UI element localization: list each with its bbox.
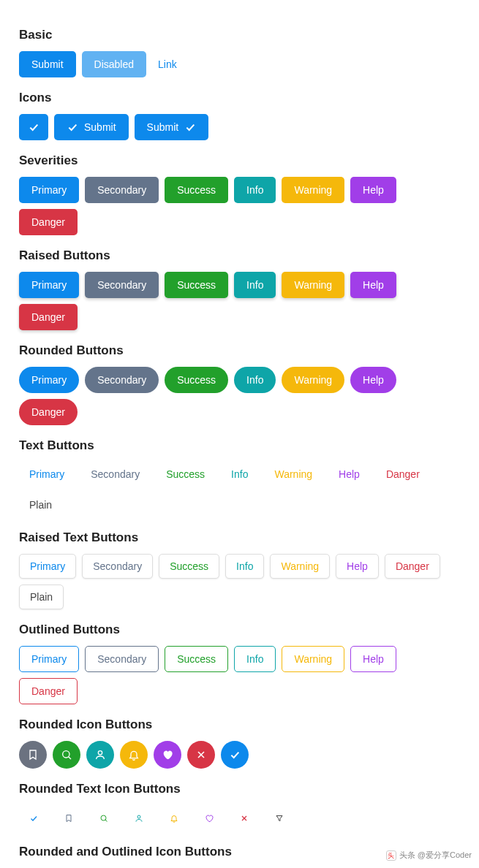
- user-icon: [94, 749, 106, 761]
- rounded-secondary-button[interactable]: Secondary: [85, 367, 159, 393]
- raised-text-danger-button[interactable]: Danger: [385, 554, 440, 579]
- check-icon: [184, 121, 196, 133]
- outlined-primary-button[interactable]: Primary: [19, 646, 79, 672]
- times-icon-button[interactable]: [187, 741, 215, 769]
- heading-icons: Icons: [19, 91, 460, 105]
- search-icon: [99, 812, 108, 824]
- heading-text: Text Buttons: [19, 438, 460, 453]
- heart-icon-button[interactable]: [154, 741, 181, 769]
- rounded-info-button[interactable]: Info: [234, 367, 276, 393]
- outlined-success-button[interactable]: Success: [165, 646, 228, 672]
- check-icon: [28, 121, 39, 133]
- text-check-icon-button[interactable]: [19, 805, 48, 831]
- bell-icon: [170, 812, 178, 824]
- text-info-button[interactable]: Info: [221, 462, 258, 487]
- heading-rounded-icon: Rounded Icon Buttons: [19, 717, 460, 732]
- filter-icon: [275, 812, 284, 824]
- user-icon-button[interactable]: [86, 741, 114, 769]
- link[interactable]: Link: [152, 58, 183, 70]
- text-success-button[interactable]: Success: [156, 462, 215, 487]
- outlined-info-button[interactable]: Info: [234, 646, 276, 672]
- text-primary-button[interactable]: Primary: [19, 462, 75, 487]
- heading-raised: Raised Buttons: [19, 248, 460, 263]
- button-label: Submit: [147, 121, 179, 133]
- raised-primary-button[interactable]: Primary: [19, 272, 79, 298]
- heart-icon: [162, 749, 173, 761]
- rounded-primary-button[interactable]: Primary: [19, 367, 79, 393]
- raised-secondary-button[interactable]: Secondary: [85, 272, 159, 298]
- heading-outlined: Outlined Buttons: [19, 623, 460, 637]
- raised-text-help-button[interactable]: Help: [336, 554, 379, 579]
- bookmark-icon-button[interactable]: [19, 741, 47, 769]
- raised-text-secondary-button[interactable]: Secondary: [82, 554, 153, 579]
- bookmark-icon: [27, 749, 39, 761]
- svg-line-1: [69, 757, 71, 759]
- heading-raised-text: Raised Text Buttons: [19, 530, 460, 545]
- outlined-secondary-button[interactable]: Secondary: [85, 646, 159, 672]
- heading-rounded: Rounded Buttons: [19, 343, 460, 358]
- success-button[interactable]: Success: [165, 177, 228, 203]
- times-icon: [240, 812, 249, 824]
- text-heart-icon-button[interactable]: [195, 805, 224, 831]
- svg-point-7: [137, 815, 140, 818]
- bell-icon-button[interactable]: [120, 741, 148, 769]
- rounded-warning-button[interactable]: Warning: [282, 367, 344, 393]
- text-search-icon-button[interactable]: [89, 805, 118, 831]
- text-filter-icon-button[interactable]: [265, 805, 294, 831]
- text-danger-button[interactable]: Danger: [376, 462, 430, 487]
- search-icon: [61, 749, 72, 761]
- text-user-icon-button[interactable]: [124, 805, 154, 831]
- check-icon: [229, 749, 241, 761]
- raised-text-success-button[interactable]: Success: [159, 554, 219, 579]
- rounded-danger-button[interactable]: Danger: [19, 399, 78, 425]
- raised-info-button[interactable]: Info: [234, 272, 276, 298]
- svg-line-6: [105, 820, 108, 822]
- raised-text-info-button[interactable]: Info: [225, 554, 264, 579]
- text-secondary-button[interactable]: Secondary: [80, 462, 150, 487]
- times-icon: [195, 749, 207, 761]
- check-icon-button[interactable]: [221, 741, 249, 769]
- outlined-warning-button[interactable]: Warning: [282, 646, 344, 672]
- rounded-help-button[interactable]: Help: [350, 367, 396, 393]
- submit-icon-left-button[interactable]: Submit: [54, 114, 129, 140]
- text-times-icon-button[interactable]: [230, 805, 259, 831]
- outlined-danger-button[interactable]: Danger: [19, 678, 78, 704]
- icon-check-button[interactable]: [19, 114, 48, 140]
- check-icon: [67, 121, 78, 133]
- submit-icon-right-button[interactable]: Submit: [135, 114, 209, 140]
- search-icon-button[interactable]: [53, 741, 80, 769]
- text-bell-icon-button[interactable]: [159, 805, 189, 831]
- raised-warning-button[interactable]: Warning: [282, 272, 344, 298]
- raised-text-primary-button[interactable]: Primary: [19, 554, 76, 579]
- text-plain-button[interactable]: Plain: [19, 492, 62, 517]
- raised-text-plain-button[interactable]: Plain: [19, 585, 64, 609]
- primary-button[interactable]: Primary: [19, 177, 79, 203]
- raised-danger-button[interactable]: Danger: [19, 304, 78, 330]
- raised-success-button[interactable]: Success: [165, 272, 228, 298]
- text-bookmark-icon-button[interactable]: [54, 805, 83, 831]
- bell-icon: [128, 749, 140, 761]
- text-warning-button[interactable]: Warning: [264, 462, 323, 487]
- outlined-help-button[interactable]: Help: [350, 646, 396, 672]
- text-help-button[interactable]: Help: [328, 462, 370, 487]
- raised-text-warning-button[interactable]: Warning: [270, 554, 330, 579]
- disabled-button: Disabled: [82, 51, 146, 77]
- button-label: Submit: [84, 121, 116, 133]
- user-icon: [135, 812, 143, 824]
- watermark: 头头条 @爱分享Coder: [386, 850, 472, 861]
- warning-button[interactable]: Warning: [282, 177, 344, 203]
- heading-rounded-text-icon: Rounded Text Icon Buttons: [19, 782, 460, 796]
- help-button[interactable]: Help: [350, 177, 396, 203]
- svg-point-0: [63, 751, 69, 758]
- danger-button[interactable]: Danger: [19, 209, 78, 235]
- secondary-button[interactable]: Secondary: [85, 177, 159, 203]
- rounded-success-button[interactable]: Success: [165, 367, 228, 393]
- svg-point-5: [101, 815, 106, 821]
- info-button[interactable]: Info: [234, 177, 276, 203]
- raised-help-button[interactable]: Help: [350, 272, 396, 298]
- heading-severities: Severities: [19, 153, 460, 168]
- submit-button[interactable]: Submit: [19, 51, 76, 77]
- toutiao-logo-icon: 头: [386, 850, 396, 861]
- bookmark-icon: [64, 812, 73, 824]
- heart-icon: [205, 812, 214, 824]
